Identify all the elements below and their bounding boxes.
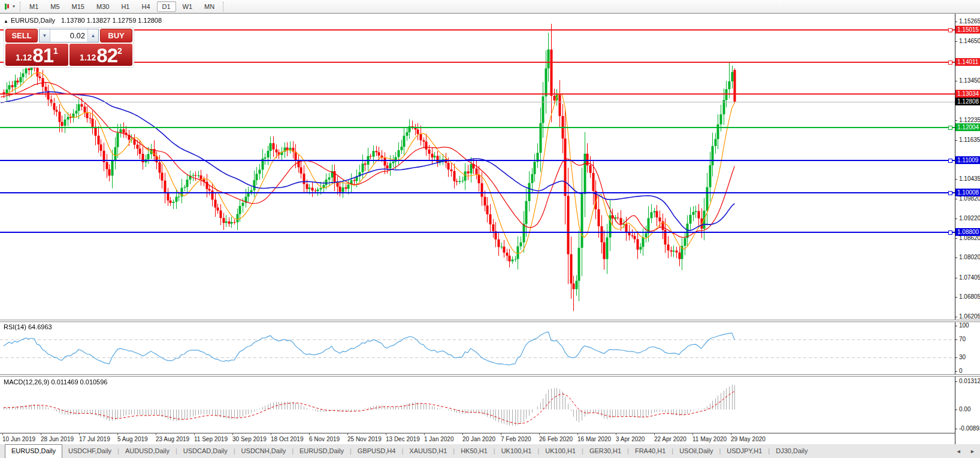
hline-drag-handle[interactable]	[948, 230, 952, 235]
chart-tab-audusd-daily[interactable]: AUDUSD,Daily	[119, 444, 176, 458]
timeframe-button-m5[interactable]: M5	[45, 1, 65, 12]
rsi-tick-mark	[955, 357, 957, 358]
tabs-scroll-right-icon[interactable]: ►	[970, 448, 975, 454]
rsi-tick-mark	[955, 371, 957, 372]
date-label: 18 Oct 2019	[271, 436, 303, 442]
macd-tick-label: 0.00	[959, 406, 970, 412]
timeframe-button-w1[interactable]: W1	[177, 1, 198, 12]
sell-price-button[interactable]: 1.12811	[5, 44, 68, 66]
hline-price-tag: 1.15015	[955, 26, 980, 34]
support-hline[interactable]	[0, 232, 955, 233]
macd-tick-label: 0.013121	[959, 378, 980, 384]
price-tick-mark	[955, 278, 957, 278]
panel-separator[interactable]	[0, 374, 980, 377]
price-tick-mark	[955, 238, 957, 239]
date-label: 28 Jun 2019	[41, 436, 74, 442]
timeframe-button-h1[interactable]: H1	[116, 1, 135, 12]
date-label: 23 Aug 2019	[156, 436, 189, 442]
timeframe-button-mn[interactable]: MN	[199, 1, 220, 12]
chart-tab-gbpusd-h4[interactable]: GBPUSD,H4	[352, 444, 402, 458]
timeframe-button-m15[interactable]: M15	[66, 1, 90, 12]
timeframe-toolbar: M1M5M15M30H1H4D1W1MN	[23, 1, 220, 12]
support-hline[interactable]	[0, 127, 955, 128]
hline-price-tag: 1.11009	[955, 156, 980, 164]
chart-tab-usdcad-daily[interactable]: USDCAD,Daily	[177, 444, 234, 458]
sell-button[interactable]: SELL	[5, 29, 38, 43]
macd-tick-mark	[955, 410, 957, 410]
price-tick-label: 1.09220	[959, 215, 980, 222]
hline-drag-handle[interactable]	[948, 60, 952, 65]
chart-tab-usoil-daily[interactable]: USOil,Daily	[673, 444, 719, 458]
price-tick-mark	[955, 81, 957, 81]
volume-increase-button[interactable]: ▲	[87, 29, 98, 42]
one-click-trading-panel: SELL ▼ ▲ BUY 1.12811 1.12822	[4, 27, 134, 68]
date-label: 17 Jul 2019	[79, 436, 110, 442]
chart-tool-icon[interactable]	[1, 2, 12, 11]
date-label: 10 Jun 2019	[2, 436, 35, 442]
dropdown-caret-icon[interactable]: ▾	[12, 4, 17, 9]
time-tick-mark	[2, 433, 3, 435]
top-toolbar: ▾ M1M5M15M30H1H4D1W1MN	[0, 0, 980, 13]
timeframe-button-m1[interactable]: M1	[24, 1, 44, 12]
buy-price-button[interactable]: 1.12822	[69, 44, 132, 66]
chart-tab-usdjpy-h1[interactable]: USDJPY,H1	[721, 444, 768, 458]
hline-drag-handle[interactable]	[948, 159, 952, 163]
time-tick-mark	[117, 433, 118, 435]
chart-tab-eurusd-daily[interactable]: EURUSD,Daily	[294, 444, 350, 458]
hline-price-tag: 1.08800	[955, 228, 980, 236]
macd-tick-mark	[955, 381, 957, 382]
time-tick-mark	[539, 433, 540, 435]
support-hline[interactable]	[0, 160, 955, 161]
current-price-line	[0, 102, 955, 102]
rsi-tick-label: 100	[959, 322, 969, 329]
timeframe-button-h4[interactable]: H4	[136, 1, 155, 12]
chart-tab-usdcnh-daily[interactable]: USDCNH,Daily	[235, 444, 292, 458]
chart-tab-uk100-h1[interactable]: UK100,H1	[539, 444, 582, 458]
rsi-tick-label: 30	[959, 354, 966, 360]
price-tick-label: 1.12235	[959, 117, 980, 123]
tab-scroll-arrows: ◄ ►	[949, 448, 975, 454]
candlestick-icon	[7, 4, 9, 8]
hline-price-tag: 1.14011	[955, 58, 980, 66]
buy-price-pip: 2	[117, 46, 122, 56]
one-click-panel-toggle-icon[interactable]: ▲	[4, 19, 8, 24]
chart-tab-ger30-h1[interactable]: GER30,H1	[583, 444, 627, 458]
buy-button[interactable]: BUY	[100, 29, 132, 43]
resistance-hline[interactable]	[0, 29, 955, 31]
chart-tab-uk100-h1[interactable]: UK100,H1	[495, 444, 538, 458]
main-chart-canvas[interactable]	[0, 14, 955, 320]
price-tick-label: 1.11635	[959, 137, 980, 143]
macd-indicator-label: MACD(12,26,9) 0.011469 0.010596	[4, 378, 107, 386]
timeframe-button-m30[interactable]: M30	[91, 1, 114, 12]
panel-separator[interactable]	[0, 320, 980, 322]
resistance-hline[interactable]	[0, 93, 955, 95]
sell-price-pip: 1	[53, 46, 58, 56]
hline-drag-handle[interactable]	[948, 191, 952, 195]
price-tick-label: 1.13450	[959, 77, 980, 84]
timeframe-button-d1[interactable]: D1	[157, 1, 176, 12]
chart-tab-dj30-daily[interactable]: DJ30,Daily	[770, 444, 813, 458]
resistance-hline[interactable]	[0, 62, 955, 63]
chart-tab-xauusd-h1[interactable]: XAUUSD,H1	[403, 444, 453, 458]
chart-tab-fra40-h1[interactable]: FRA40,H1	[629, 444, 672, 458]
macd-tick-mark	[955, 429, 957, 429]
price-tick-mark	[955, 140, 957, 141]
tabs-scroll-left-icon[interactable]: ◄	[956, 448, 961, 454]
hline-drag-handle[interactable]	[948, 126, 952, 130]
price-tick-label: 1.06805	[959, 293, 980, 300]
volume-input[interactable]	[50, 29, 87, 42]
hline-drag-handle[interactable]	[948, 28, 952, 32]
chart-tab-hk50-h1[interactable]: HK50,H1	[455, 444, 494, 458]
chart-tab-eurusd-daily[interactable]: EURUSD,Daily	[5, 444, 62, 458]
chart-tab-usdchf-daily[interactable]: USDCHF,Daily	[62, 444, 117, 458]
date-label: 11 May 2020	[692, 436, 727, 442]
price-tick-mark	[955, 199, 957, 199]
rsi-subwindow-canvas[interactable]	[0, 322, 955, 374]
chart-tabs: EURUSD,DailyUSDCHF,Daily|AUDUSD,Daily|US…	[0, 444, 813, 458]
volume-decrease-button[interactable]: ▼	[40, 29, 50, 42]
date-label: 26 Feb 2020	[539, 436, 573, 442]
macd-subwindow-canvas[interactable]	[0, 377, 955, 433]
support-hline[interactable]	[0, 192, 955, 193]
volume-stepper: ▼ ▲	[39, 29, 99, 43]
date-label: 16 Mar 2020	[577, 436, 611, 442]
